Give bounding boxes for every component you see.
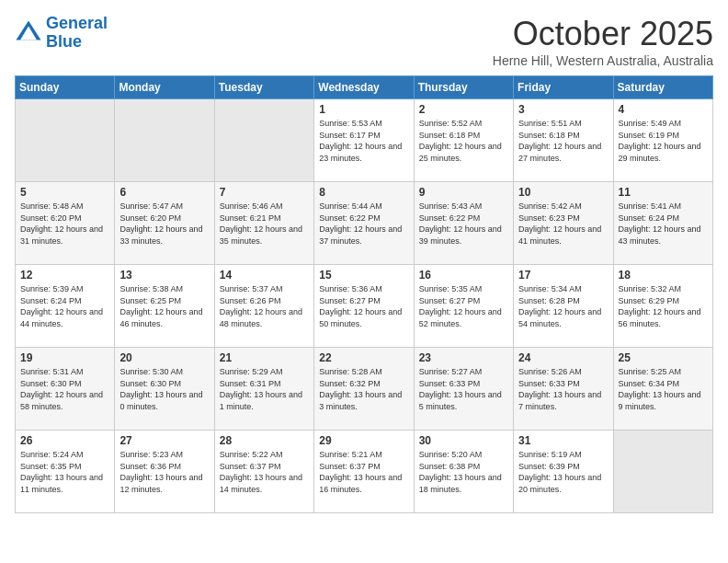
day-info: Sunrise: 5:42 AMSunset: 6:23 PMDaylight:… <box>518 201 608 247</box>
day-info: Sunrise: 5:21 AMSunset: 6:37 PMDaylight:… <box>319 449 408 495</box>
day-info: Sunrise: 5:49 AMSunset: 6:19 PMDaylight:… <box>619 118 708 164</box>
day-info: Sunrise: 5:20 AMSunset: 6:38 PMDaylight:… <box>419 449 508 495</box>
day-info: Sunrise: 5:41 AMSunset: 6:24 PMDaylight:… <box>619 201 708 247</box>
table-row: 8Sunrise: 5:44 AMSunset: 6:22 PMDaylight… <box>314 182 414 265</box>
day-number: 25 <box>619 351 708 364</box>
logo-line1: General <box>46 15 108 33</box>
day-number: 3 <box>518 103 608 116</box>
day-number: 5 <box>20 186 109 199</box>
table-row <box>214 99 313 182</box>
table-row: 7Sunrise: 5:46 AMSunset: 6:21 PMDaylight… <box>214 182 313 265</box>
day-info: Sunrise: 5:37 AMSunset: 6:26 PMDaylight:… <box>220 283 309 329</box>
day-number: 15 <box>319 269 408 282</box>
table-row: 11Sunrise: 5:41 AMSunset: 6:24 PMDayligh… <box>613 182 712 265</box>
day-info: Sunrise: 5:43 AMSunset: 6:22 PMDaylight:… <box>419 201 508 247</box>
day-number: 17 <box>518 269 608 282</box>
day-number: 1 <box>319 103 408 116</box>
day-number: 23 <box>419 351 508 364</box>
day-info: Sunrise: 5:26 AMSunset: 6:33 PMDaylight:… <box>518 366 608 412</box>
header-sunday: Sunday <box>16 76 115 99</box>
location-subtitle: Herne Hill, Western Australia, Australia <box>493 53 713 68</box>
weekday-header-row: Sunday Monday Tuesday Wednesday Thursday… <box>16 76 713 99</box>
table-row: 23Sunrise: 5:27 AMSunset: 6:33 PMDayligh… <box>414 348 513 431</box>
table-row: 19Sunrise: 5:31 AMSunset: 6:30 PMDayligh… <box>16 348 115 431</box>
title-block: October 2025 Herne Hill, Western Austral… <box>493 15 713 68</box>
day-number: 28 <box>220 434 309 447</box>
table-row: 27Sunrise: 5:23 AMSunset: 6:36 PMDayligh… <box>115 431 214 513</box>
day-info: Sunrise: 5:31 AMSunset: 6:30 PMDaylight:… <box>20 366 109 412</box>
logo-text: General Blue <box>46 15 108 52</box>
day-info: Sunrise: 5:39 AMSunset: 6:24 PMDaylight:… <box>20 283 109 329</box>
day-number: 11 <box>619 186 708 199</box>
day-info: Sunrise: 5:46 AMSunset: 6:21 PMDaylight:… <box>220 201 309 247</box>
table-row: 3Sunrise: 5:51 AMSunset: 6:18 PMDaylight… <box>514 99 613 182</box>
table-row: 22Sunrise: 5:28 AMSunset: 6:32 PMDayligh… <box>314 348 414 431</box>
table-row: 10Sunrise: 5:42 AMSunset: 6:23 PMDayligh… <box>514 182 613 265</box>
table-row: 13Sunrise: 5:38 AMSunset: 6:25 PMDayligh… <box>115 265 214 348</box>
day-info: Sunrise: 5:35 AMSunset: 6:27 PMDaylight:… <box>419 283 508 329</box>
calendar-week-row: 12Sunrise: 5:39 AMSunset: 6:24 PMDayligh… <box>16 265 713 348</box>
day-number: 9 <box>419 186 508 199</box>
day-number: 24 <box>518 351 608 364</box>
calendar-week-row: 26Sunrise: 5:24 AMSunset: 6:35 PMDayligh… <box>16 431 713 513</box>
table-row: 12Sunrise: 5:39 AMSunset: 6:24 PMDayligh… <box>16 265 115 348</box>
day-number: 14 <box>220 269 309 282</box>
day-info: Sunrise: 5:22 AMSunset: 6:37 PMDaylight:… <box>220 449 309 495</box>
day-info: Sunrise: 5:38 AMSunset: 6:25 PMDaylight:… <box>119 283 209 329</box>
table-row: 28Sunrise: 5:22 AMSunset: 6:37 PMDayligh… <box>214 431 313 513</box>
day-number: 30 <box>419 434 508 447</box>
day-number: 18 <box>619 269 708 282</box>
day-number: 2 <box>419 103 508 116</box>
table-row: 4Sunrise: 5:49 AMSunset: 6:19 PMDaylight… <box>613 99 712 182</box>
table-row: 29Sunrise: 5:21 AMSunset: 6:37 PMDayligh… <box>314 431 414 513</box>
month-title: October 2025 <box>493 15 713 53</box>
day-info: Sunrise: 5:53 AMSunset: 6:17 PMDaylight:… <box>319 118 408 164</box>
day-number: 26 <box>20 434 109 447</box>
table-row: 14Sunrise: 5:37 AMSunset: 6:26 PMDayligh… <box>214 265 313 348</box>
table-row: 1Sunrise: 5:53 AMSunset: 6:17 PMDaylight… <box>314 99 414 182</box>
day-info: Sunrise: 5:32 AMSunset: 6:29 PMDaylight:… <box>619 283 708 329</box>
table-row: 25Sunrise: 5:25 AMSunset: 6:34 PMDayligh… <box>613 348 712 431</box>
day-info: Sunrise: 5:25 AMSunset: 6:34 PMDaylight:… <box>619 366 708 412</box>
header-friday: Friday <box>514 76 613 99</box>
day-number: 16 <box>419 269 508 282</box>
logo: General Blue <box>15 15 108 52</box>
table-row: 26Sunrise: 5:24 AMSunset: 6:35 PMDayligh… <box>16 431 115 513</box>
day-number: 4 <box>619 103 708 116</box>
day-number: 27 <box>119 434 209 447</box>
logo-icon <box>15 19 42 47</box>
day-info: Sunrise: 5:28 AMSunset: 6:32 PMDaylight:… <box>319 366 408 412</box>
day-info: Sunrise: 5:19 AMSunset: 6:39 PMDaylight:… <box>518 449 608 495</box>
table-row: 18Sunrise: 5:32 AMSunset: 6:29 PMDayligh… <box>613 265 712 348</box>
day-info: Sunrise: 5:23 AMSunset: 6:36 PMDaylight:… <box>119 449 209 495</box>
day-info: Sunrise: 5:47 AMSunset: 6:20 PMDaylight:… <box>119 201 209 247</box>
day-info: Sunrise: 5:51 AMSunset: 6:18 PMDaylight:… <box>518 118 608 164</box>
header-thursday: Thursday <box>414 76 513 99</box>
day-info: Sunrise: 5:29 AMSunset: 6:31 PMDaylight:… <box>220 366 309 412</box>
day-number: 22 <box>319 351 408 364</box>
day-number: 7 <box>220 186 309 199</box>
day-number: 20 <box>119 351 209 364</box>
day-info: Sunrise: 5:44 AMSunset: 6:22 PMDaylight:… <box>319 201 408 247</box>
day-number: 12 <box>20 269 109 282</box>
day-number: 19 <box>20 351 109 364</box>
day-number: 21 <box>220 351 309 364</box>
day-number: 29 <box>319 434 408 447</box>
table-row: 9Sunrise: 5:43 AMSunset: 6:22 PMDaylight… <box>414 182 513 265</box>
calendar-table: Sunday Monday Tuesday Wednesday Thursday… <box>15 75 713 513</box>
header-saturday: Saturday <box>613 76 712 99</box>
day-info: Sunrise: 5:52 AMSunset: 6:18 PMDaylight:… <box>419 118 508 164</box>
logo-line2: Blue <box>46 33 108 52</box>
day-number: 6 <box>119 186 209 199</box>
header-tuesday: Tuesday <box>214 76 313 99</box>
calendar-week-row: 19Sunrise: 5:31 AMSunset: 6:30 PMDayligh… <box>16 348 713 431</box>
day-info: Sunrise: 5:34 AMSunset: 6:28 PMDaylight:… <box>518 283 608 329</box>
table-row: 6Sunrise: 5:47 AMSunset: 6:20 PMDaylight… <box>115 182 214 265</box>
table-row: 17Sunrise: 5:34 AMSunset: 6:28 PMDayligh… <box>514 265 613 348</box>
table-row: 5Sunrise: 5:48 AMSunset: 6:20 PMDaylight… <box>16 182 115 265</box>
table-row <box>115 99 214 182</box>
day-number: 10 <box>518 186 608 199</box>
header-monday: Monday <box>115 76 214 99</box>
table-row: 30Sunrise: 5:20 AMSunset: 6:38 PMDayligh… <box>414 431 513 513</box>
day-info: Sunrise: 5:48 AMSunset: 6:20 PMDaylight:… <box>20 201 109 247</box>
